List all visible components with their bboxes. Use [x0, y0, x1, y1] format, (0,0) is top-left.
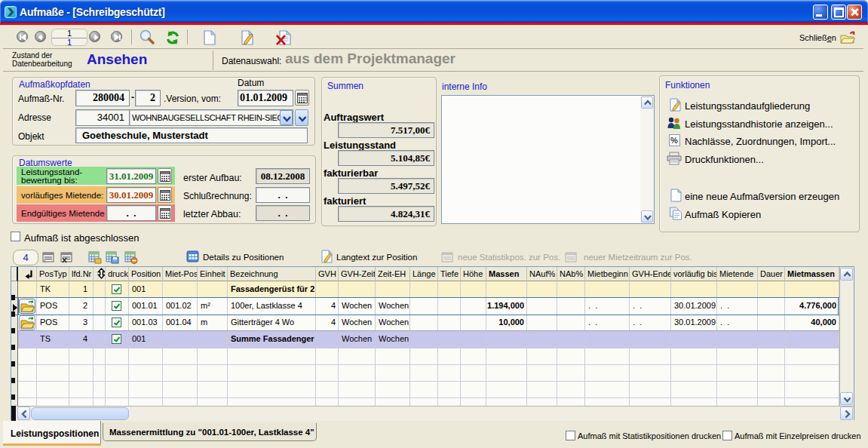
svg-text:%: %	[670, 136, 678, 145]
